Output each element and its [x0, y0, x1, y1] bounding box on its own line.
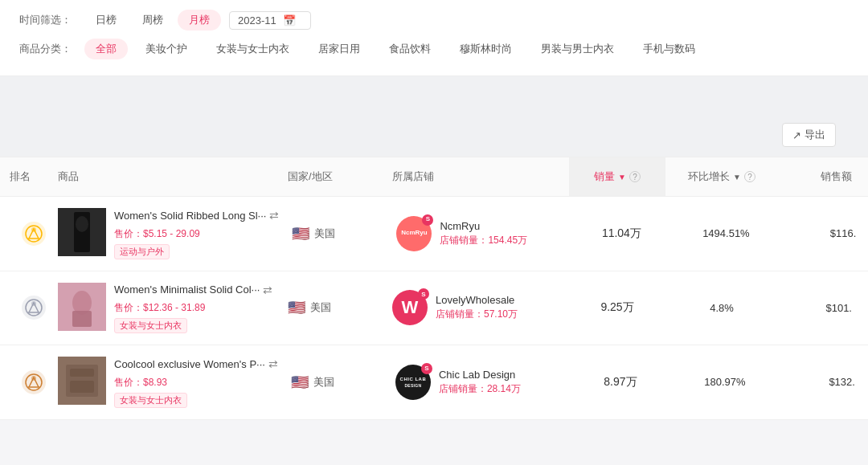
- store-logo-2: W S: [392, 290, 428, 325]
- category-filter-label: 商品分类：: [19, 42, 72, 56]
- growth-cell-1: 1494.51%: [669, 227, 782, 239]
- product-price-1: 售价：$5.15 - 29.09: [114, 227, 279, 241]
- growth-cell-3: 180.97%: [669, 376, 781, 388]
- category-all[interactable]: 全部: [84, 39, 128, 59]
- sales-cell-3: 8.97万: [572, 375, 669, 390]
- filter-section: 时间筛选： 日榜 周榜 月榜 2023-11 📅 商品分类： 全部 美妆个护 女…: [0, 0, 868, 76]
- export-icon: ↗: [792, 129, 801, 141]
- time-filter-label: 时间筛选：: [19, 13, 72, 27]
- store-badge-2: S: [418, 288, 429, 300]
- store-sales-1[interactable]: 店铺销量：154.45万: [440, 234, 527, 247]
- product-cell-2: Women's Minimalist Solid Col··· ⇄ 售价：$12…: [58, 283, 288, 334]
- product-price-3: 售价：$8.93: [114, 376, 278, 390]
- store-cell-3: CHIC LAB DESIGN S Chic Lab Design 店铺销量：2…: [395, 365, 572, 400]
- store-info-3: Chic Lab Design 店铺销量：28.14万: [439, 369, 521, 396]
- category-food[interactable]: 食品饮料: [378, 39, 442, 59]
- th-store: 所属店铺: [392, 169, 569, 184]
- product-info-1: Women's Solid Ribbed Long Sl··· ⇄ 售价：$5.…: [114, 208, 279, 259]
- store-sales-label-3: 店铺销量：: [439, 383, 487, 394]
- store-name-2[interactable]: LovelyWholesale: [436, 294, 518, 306]
- flag-2: 🇺🇸: [288, 299, 305, 316]
- product-image-2: [58, 283, 106, 331]
- store-info-1: NcmRyu 店铺销量：154.45万: [440, 220, 527, 247]
- th-country: 国家/地区: [288, 169, 392, 184]
- translate-icon-2[interactable]: ⇄: [263, 283, 272, 299]
- store-sales-3[interactable]: 店铺销量：28.14万: [439, 382, 521, 396]
- translate-icon-1[interactable]: ⇄: [269, 208, 279, 224]
- store-name-3[interactable]: Chic Lab Design: [439, 369, 521, 381]
- growth-info-icon[interactable]: ?: [744, 171, 755, 182]
- product-info-3: Coolcool exclusive Women's P··· ⇄ 售价：$8.…: [114, 357, 278, 408]
- table-row: Women's Minimalist Solid Col··· ⇄ 售价：$12…: [0, 271, 868, 346]
- export-label: 导出: [805, 128, 825, 142]
- date-value: 2023-11: [238, 14, 276, 27]
- spacer-section: ↗ 导出: [0, 76, 868, 157]
- th-growth-label: 环比增长: [688, 169, 730, 184]
- bronze-rank-badge: [21, 369, 47, 395]
- store-sales-2[interactable]: 店铺销量：57.10万: [436, 308, 518, 321]
- growth-cell-2: 4.8%: [665, 302, 778, 314]
- flag-3: 🇺🇸: [291, 373, 309, 391]
- product-cell-3: Coolcool exclusive Women's P··· ⇄ 售价：$8.…: [58, 357, 291, 408]
- store-logo-1: NcmRyu S: [396, 216, 432, 251]
- th-revenue: 销售额: [778, 169, 858, 184]
- table-header: 排名 商品 国家/地区 所属店铺 销量 ▼ ? 环比增长 ▼ ? 销售额: [0, 157, 868, 197]
- date-input-wrapper[interactable]: 2023-11 📅: [229, 11, 311, 30]
- category-filter-row: 商品分类： 全部 美妆个护 女装与女士内衣 居家日用 食品饮料 穆斯林时尚 男装…: [19, 39, 849, 59]
- country-cell-3: 🇺🇸 美国: [291, 373, 395, 391]
- sales-info-icon[interactable]: ?: [629, 171, 641, 182]
- sales-cell-2: 9.25万: [569, 300, 665, 315]
- th-sales[interactable]: 销量 ▼ ?: [569, 157, 665, 196]
- product-name-2: Women's Minimalist Solid Col··· ⇄: [114, 283, 275, 299]
- svg-rect-11: [72, 311, 92, 327]
- filter-btn-daily[interactable]: 日榜: [84, 10, 128, 31]
- revenue-cell-3: $132.: [781, 376, 862, 388]
- store-badge-1: S: [422, 214, 433, 226]
- category-beauty[interactable]: 美妆个护: [134, 39, 199, 59]
- th-sales-label: 销量: [594, 169, 615, 184]
- filter-btn-weekly[interactable]: 周榜: [131, 10, 174, 31]
- store-sales-label-2: 店铺销量：: [436, 308, 484, 320]
- th-growth[interactable]: 环比增长 ▼ ?: [665, 169, 778, 184]
- product-tag-1: 运动与户外: [114, 244, 170, 259]
- product-cell-1: Women's Solid Ribbed Long Sl··· ⇄ 售价：$5.…: [58, 208, 292, 259]
- revenue-cell-1: $116.: [782, 227, 862, 239]
- store-info-2: LovelyWholesale 店铺销量：57.10万: [436, 294, 518, 321]
- growth-sort-icon: ▼: [733, 173, 741, 182]
- svg-rect-18: [70, 381, 94, 393]
- th-rank: 排名: [10, 169, 58, 184]
- store-name-1[interactable]: NcmRyu: [440, 220, 527, 232]
- rank-cell-3: [10, 369, 58, 395]
- filter-btn-monthly[interactable]: 月榜: [178, 10, 221, 31]
- product-tag-2: 女装与女士内衣: [114, 318, 187, 333]
- table-row: Women's Solid Ribbed Long Sl··· ⇄ 售价：$5.…: [0, 197, 868, 271]
- store-cell-2: W S LovelyWholesale 店铺销量：57.10万: [392, 290, 569, 325]
- table-row: Coolcool exclusive Women's P··· ⇄ 售价：$8.…: [0, 345, 868, 420]
- category-home[interactable]: 居家日用: [307, 39, 371, 59]
- svg-rect-17: [70, 369, 94, 377]
- product-name-1: Women's Solid Ribbed Long Sl··· ⇄: [114, 208, 279, 224]
- rank-cell-2: [10, 295, 58, 320]
- category-electronics[interactable]: 手机与数码: [632, 39, 706, 59]
- store-badge-3: S: [421, 363, 432, 374]
- rank-cell-1: [10, 221, 58, 247]
- sales-cell-1: 11.04万: [573, 226, 669, 241]
- product-tag-3: 女装与女士内衣: [114, 393, 187, 408]
- category-muslim[interactable]: 穆斯林时尚: [448, 39, 523, 59]
- store-logo-3: CHIC LAB DESIGN S: [395, 365, 431, 400]
- svg-point-5: [76, 216, 88, 232]
- export-button[interactable]: ↗ 导出: [782, 123, 836, 147]
- translate-icon-3[interactable]: ⇄: [268, 357, 278, 373]
- category-women-clothes[interactable]: 女装与女士内衣: [205, 39, 301, 59]
- category-men-clothes[interactable]: 男装与男士内衣: [530, 39, 625, 59]
- store-sales-label-1: 店铺销量：: [440, 235, 488, 246]
- revenue-cell-2: $101.: [778, 302, 858, 314]
- product-image-3: [58, 357, 106, 405]
- store-sales-value-3: 28.14万: [487, 383, 521, 394]
- product-info-2: Women's Minimalist Solid Col··· ⇄ 售价：$12…: [114, 283, 275, 334]
- product-image-1: [58, 208, 106, 256]
- country-name-2: 美国: [310, 300, 331, 315]
- country-name-3: 美国: [313, 375, 334, 390]
- th-product: 商品: [58, 169, 288, 184]
- store-sales-value-1: 154.45万: [488, 235, 527, 246]
